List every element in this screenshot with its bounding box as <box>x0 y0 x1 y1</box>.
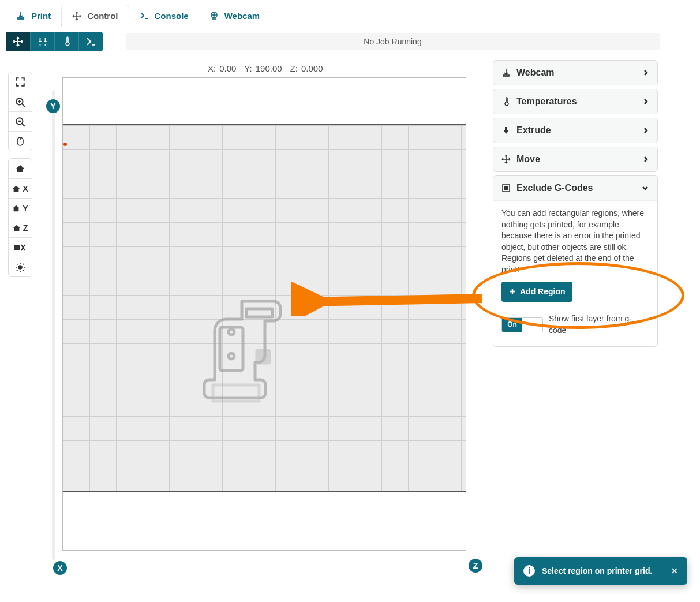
print-icon <box>16 11 25 20</box>
coord-x-label: X: <box>208 63 216 73</box>
move-icon <box>72 12 81 21</box>
toggle-on-label: On <box>502 318 522 332</box>
svg-rect-9 <box>257 350 269 363</box>
view-fit-button[interactable] <box>9 72 32 92</box>
mode-button-group <box>6 32 103 51</box>
tab-control[interactable]: Control <box>61 5 129 27</box>
extrude-icon <box>501 126 511 135</box>
mouse-mode-button[interactable] <box>9 131 32 151</box>
show-first-layer-label: Show first layer from g-code <box>549 313 649 336</box>
webcam-small-icon <box>501 68 511 77</box>
move-small-icon <box>501 155 511 164</box>
panel-temperatures-title: Temperatures <box>516 96 577 107</box>
right-panels: Webcam Temperatures Extrude Move <box>493 60 658 347</box>
panel-exclude-header[interactable]: Exclude G-Codes <box>493 176 657 200</box>
coord-z-value: 0.000 <box>301 63 323 73</box>
mode-temperature-button[interactable] <box>54 32 78 51</box>
home-z-button[interactable]: Z <box>9 218 32 237</box>
svg-point-7 <box>18 266 22 269</box>
status-text: No Job Running <box>364 37 421 46</box>
panel-extrude-title: Extrude <box>516 125 551 136</box>
status-bar: No Job Running <box>126 33 660 50</box>
light-button[interactable] <box>9 257 32 276</box>
svg-rect-14 <box>504 186 508 190</box>
toast-message: Select region on printer grid. <box>542 566 652 575</box>
first-layer-preview <box>201 298 294 414</box>
mode-move-button[interactable] <box>6 32 30 51</box>
canvas-wrap <box>58 77 473 556</box>
panel-exclude-body: You can add rectangular regions, where n… <box>493 200 657 346</box>
console-icon <box>140 11 149 20</box>
y-scrollbar-track[interactable] <box>52 90 55 560</box>
print-bed-grid <box>63 124 466 492</box>
add-region-button[interactable]: Add Region <box>501 282 572 302</box>
show-first-layer-toggle[interactable]: On <box>501 317 543 332</box>
view-button-group <box>8 72 32 151</box>
home-x-button[interactable]: X <box>9 178 32 198</box>
chevron-right-icon <box>642 156 649 163</box>
add-region-label: Add Region <box>520 286 566 298</box>
coord-y-label: Y: <box>244 63 252 73</box>
axis-badge-z: Z <box>469 559 482 573</box>
tab-control-label: Control <box>87 11 118 21</box>
svg-rect-12 <box>503 75 509 76</box>
thermometer-icon <box>501 97 511 106</box>
svg-point-2 <box>213 14 215 16</box>
panel-webcam[interactable]: Webcam <box>493 60 658 85</box>
info-icon: i <box>523 565 535 577</box>
tab-webcam[interactable]: Webcam <box>199 5 270 27</box>
svg-rect-0 <box>18 18 24 19</box>
motors-off-button[interactable] <box>9 237 32 257</box>
chevron-right-icon <box>642 98 649 105</box>
home-y-label: Y <box>23 204 28 213</box>
zoom-in-button[interactable] <box>9 92 32 111</box>
panel-exclude-title: Exclude G-Codes <box>516 183 593 193</box>
panel-move-title: Move <box>516 154 540 164</box>
panel-extrude[interactable]: Extrude <box>493 118 658 143</box>
home-x-label: X <box>23 184 28 193</box>
home-button-group: X Y Z <box>8 158 32 277</box>
tab-console[interactable]: Console <box>129 5 199 27</box>
tab-print[interactable]: Print <box>6 5 61 27</box>
webcam-icon <box>209 11 219 20</box>
zoom-out-button[interactable] <box>9 111 32 131</box>
tab-console-label: Console <box>155 11 189 21</box>
chevron-down-icon <box>641 185 649 192</box>
tab-webcam-label: Webcam <box>224 11 260 21</box>
head-position-marker <box>63 143 67 146</box>
toast-close-button[interactable]: ✕ <box>671 566 678 575</box>
svg-point-11 <box>229 353 234 359</box>
chevron-right-icon <box>642 69 649 76</box>
toggle-off-label <box>522 318 542 332</box>
exclude-description: You can add rectangular regions, where n… <box>501 208 649 276</box>
home-all-button[interactable] <box>9 159 32 178</box>
home-y-button[interactable]: Y <box>9 198 32 218</box>
panel-temperatures[interactable]: Temperatures <box>493 89 658 114</box>
coord-y-value: 190.00 <box>256 63 282 73</box>
coord-x-value: 0.00 <box>219 63 236 73</box>
tab-print-label: Print <box>31 11 51 21</box>
mode-extrude-button[interactable] <box>30 32 54 51</box>
main-area: X: 0.00 Y: 190.00 Z: 0.000 <box>0 60 700 602</box>
svg-rect-6 <box>14 245 20 250</box>
svg-point-10 <box>229 329 234 335</box>
panel-exclude-gcodes: Exclude G-Codes You can add rectangular … <box>493 175 658 347</box>
exclude-icon <box>501 184 511 193</box>
mode-console-button[interactable] <box>78 32 103 51</box>
axis-badge-x: X <box>53 561 67 575</box>
mode-row: No Job Running <box>0 27 700 56</box>
toast-notification: i Select region on printer grid. ✕ <box>514 557 687 585</box>
show-first-layer-row: On Show first layer from g-code <box>501 313 649 336</box>
coord-z-label: Z: <box>290 63 298 73</box>
coord-readout: X: 0.00 Y: 190.00 Z: 0.000 <box>208 63 328 73</box>
top-tabs: Print Control Console Webcam <box>0 0 700 27</box>
left-control-column: X Y Z <box>8 72 32 277</box>
printer-grid-canvas[interactable] <box>62 77 466 551</box>
chevron-right-icon <box>642 127 649 134</box>
home-z-label: Z <box>23 223 28 233</box>
panel-move[interactable]: Move <box>493 147 658 172</box>
panel-webcam-title: Webcam <box>516 68 555 78</box>
